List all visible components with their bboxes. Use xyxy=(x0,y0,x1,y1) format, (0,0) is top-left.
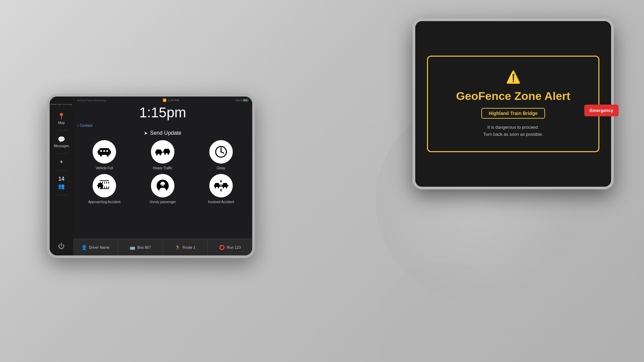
sidebar-map-label: Map xyxy=(58,121,64,125)
emergency-button[interactable]: Emergency xyxy=(584,105,619,116)
sidebar-divider-4 xyxy=(55,195,68,195)
svg-rect-8 xyxy=(106,150,108,152)
update-item-vehicle-full[interactable]: Vehicle Full xyxy=(77,140,131,170)
sidebar-brand: Bishop Peak Technology xyxy=(50,103,72,106)
svg-rect-42 xyxy=(108,186,109,188)
messages-icon: 💬 xyxy=(58,136,65,143)
svg-point-13 xyxy=(156,154,158,156)
svg-rect-10 xyxy=(155,152,156,153)
sidebar-item-passengers[interactable]: 14 👥 xyxy=(50,173,73,192)
svg-point-44 xyxy=(160,182,165,186)
topbar-time: 1:15 PM xyxy=(168,99,179,102)
svg-rect-33 xyxy=(102,182,103,184)
svg-point-4 xyxy=(100,155,102,157)
send-update-area: ➤ Send Update xyxy=(73,129,252,239)
heavy-traffic-label: Heavy Traffic xyxy=(153,166,172,170)
svg-rect-54 xyxy=(222,184,228,187)
svg-point-46 xyxy=(161,185,162,186)
battery-pct: 100% xyxy=(235,99,242,102)
sidebar-item-messages[interactable]: 💬 Messages xyxy=(50,133,73,150)
svg-rect-7 xyxy=(103,150,105,152)
sidebar-messages-label: Messages xyxy=(54,144,69,148)
sidebar: Bishop Peak Technology 📍 Map 💬 Messages … xyxy=(50,97,73,255)
svg-rect-1 xyxy=(98,151,99,154)
alert-location-badge: Highland Train Bridge xyxy=(481,108,545,119)
alert-title: GeoFence Zone Alert xyxy=(456,89,571,103)
sidebar-divider-1 xyxy=(55,130,68,130)
topbar-battery: 100% xyxy=(235,99,248,102)
svg-rect-41 xyxy=(106,186,107,188)
time-display: 1:15pm xyxy=(73,102,252,122)
svg-point-14 xyxy=(160,154,161,156)
bus-number: Bus 807 xyxy=(137,245,151,249)
delay-label: Delay xyxy=(217,166,225,170)
status-run: ⭕ Run 123 xyxy=(208,239,252,255)
battery-icon xyxy=(243,99,248,102)
unruly-passenger-label: Unruly passenger xyxy=(150,200,176,204)
svg-rect-26 xyxy=(97,185,98,186)
svg-point-47 xyxy=(164,185,165,186)
vehicle-full-icon-circle xyxy=(93,140,116,164)
geofence-alert-container: ⚠️ GeoFence Zone Alert Highland Train Br… xyxy=(427,56,599,153)
tablet-main-content: Bishop Peak Technology 📶 1:15 PM 100% 1:… xyxy=(73,97,252,255)
svg-rect-34 xyxy=(104,182,105,184)
approaching-accident-label: Approaching Accident xyxy=(88,200,121,204)
update-item-approaching-accident[interactable]: Approaching Accident xyxy=(77,174,131,204)
update-item-involved-accident[interactable]: Involved Accident xyxy=(194,174,248,204)
driver-icon: 👤 xyxy=(81,245,87,250)
sidebar-divider-3 xyxy=(55,170,68,171)
svg-point-29 xyxy=(98,187,99,188)
svg-point-59 xyxy=(226,187,227,188)
sidebar-divider-2 xyxy=(55,153,68,154)
tablet-statusbar: 👤 Driver Name 🚌 Bus 807 🏃 Route 1 ⭕ Run … xyxy=(73,239,252,255)
update-item-delay[interactable]: Delay xyxy=(194,140,248,170)
svg-point-19 xyxy=(164,153,166,155)
power-button[interactable]: ⏻ xyxy=(58,242,65,250)
update-item-unruly-passenger[interactable]: Unruly passenger xyxy=(136,174,190,204)
svg-rect-37 xyxy=(100,188,109,189)
vehicle-full-label: Vehicle Full xyxy=(96,166,113,170)
svg-point-20 xyxy=(168,153,169,155)
warning-icon: ⚠️ xyxy=(506,70,521,84)
svg-point-24 xyxy=(220,151,222,153)
svg-point-30 xyxy=(101,187,102,188)
add-icon: + xyxy=(60,159,63,165)
svg-rect-17 xyxy=(170,151,170,153)
svg-rect-48 xyxy=(214,184,220,187)
topbar-brand-text: Bishop Peak Technology xyxy=(77,99,106,102)
status-driver: 👤 Driver Name xyxy=(73,239,118,255)
svg-rect-35 xyxy=(106,182,107,184)
svg-rect-25 xyxy=(98,184,103,187)
contact-label: Contact xyxy=(80,123,93,127)
send-arrow-icon: ➤ xyxy=(144,130,148,136)
sidebar-item-map[interactable]: 📍 Map xyxy=(50,110,73,127)
alert-message-line2: Turn back as soon as possible. xyxy=(483,132,543,137)
map-icon: 📍 xyxy=(58,113,65,120)
svg-point-45 xyxy=(159,188,166,192)
svg-rect-6 xyxy=(100,150,102,152)
battery-fill xyxy=(244,100,247,101)
svg-point-58 xyxy=(223,187,224,188)
svg-rect-57 xyxy=(223,183,227,185)
status-route: 🏃 Route 1 xyxy=(163,239,208,255)
svg-rect-38 xyxy=(100,186,101,188)
alert-message-line1: It is dangerous to proceed. xyxy=(487,125,539,130)
svg-rect-51 xyxy=(215,183,219,185)
run-label: Run 123 xyxy=(227,245,241,249)
status-bus: 🚌 Bus 807 xyxy=(118,239,163,255)
sidebar-item-add[interactable]: + xyxy=(50,156,73,168)
contact-back-button[interactable]: ‹ Contact xyxy=(73,122,252,129)
involved-accident-label: Involved Accident xyxy=(208,200,234,204)
route-icon: 🏃 xyxy=(175,245,180,250)
svg-rect-2 xyxy=(110,151,111,154)
update-item-heavy-traffic[interactable]: Heavy Traffic xyxy=(136,140,190,170)
delay-icon-circle xyxy=(209,140,233,164)
alert-message: It is dangerous to proceed. Turn back as… xyxy=(483,124,543,138)
involved-accident-icon-circle xyxy=(209,174,233,197)
unruly-passenger-icon-circle xyxy=(151,174,174,197)
svg-point-53 xyxy=(218,187,219,188)
svg-rect-56 xyxy=(228,185,228,186)
tablet-right: ⚠️ GeoFence Zone Alert Highland Train Br… xyxy=(413,18,614,189)
passenger-count: 14 xyxy=(58,176,64,182)
tablet-topbar: Bishop Peak Technology 📶 1:15 PM 100% xyxy=(73,97,252,102)
